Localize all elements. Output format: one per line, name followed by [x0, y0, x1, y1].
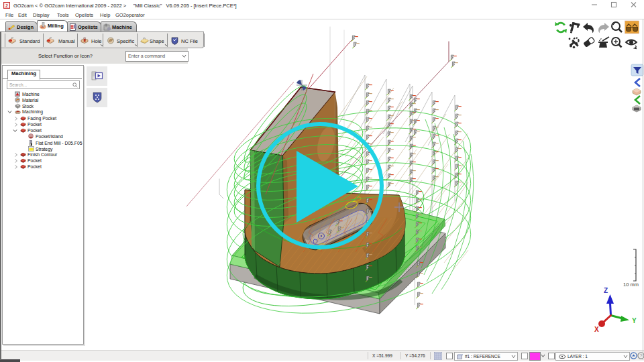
svg-text:?: ?	[640, 353, 643, 358]
svg-text:Z: Z	[604, 287, 608, 294]
svg-text:10 mm: 10 mm	[623, 282, 639, 288]
svg-text:2: 2	[5, 3, 8, 8]
svg-text:X: X	[594, 326, 599, 333]
svg-text:Y: Y	[632, 317, 637, 324]
